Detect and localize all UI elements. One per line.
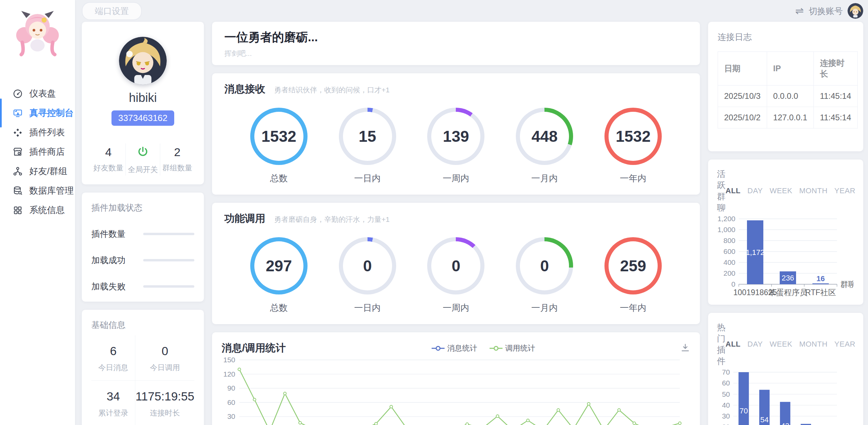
friend-count-stat: 4 好友数量 xyxy=(91,143,125,176)
hot-plugins-tabs: ALLDAYWEEKMONTHYEAR xyxy=(725,340,855,349)
svg-text:43: 43 xyxy=(781,422,789,425)
svg-text:200: 200 xyxy=(723,269,735,277)
connect-duration-value: 1175:19:55 xyxy=(135,390,194,403)
message-rings: 1532总数15一日内139一周内448一月内1532一年内 xyxy=(224,108,688,184)
range-tab-all[interactable]: ALL xyxy=(725,340,740,349)
range-tab-month[interactable]: MONTH xyxy=(799,186,827,195)
call-card-title: 功能调用 xyxy=(224,212,265,226)
ring-gauge: 1532 xyxy=(604,108,662,165)
log-cell: 0.0.0.0 xyxy=(767,86,813,107)
friend-count-value: 4 xyxy=(91,146,125,159)
sidebar-item-label: 插件列表 xyxy=(29,126,65,138)
plugin-progress-bar xyxy=(143,259,194,261)
bot-logo-image xyxy=(0,0,75,60)
range-tab-week[interactable]: WEEK xyxy=(769,340,792,349)
log-table-row: 2025/10/30.0.0.011:45:14 xyxy=(718,86,858,107)
svg-text:笨蛋程序员: 笨蛋程序员 xyxy=(768,288,808,297)
profile-stats: 4 好友数量 全局开关 2 群组数量 xyxy=(91,143,194,176)
gauge-icon xyxy=(12,88,23,99)
today-messages-value: 6 xyxy=(91,344,135,358)
message-received-card: 消息接收 勇者结识伙伴，收到的问候，口才+1 1532总数15一日内139一周内… xyxy=(212,73,700,195)
call-rings: 297总数0一日内0一周内0一月内259一年内 xyxy=(224,237,688,314)
plugin-progress-label: 插件数量 xyxy=(91,228,143,240)
left-column: hibiki 3373463162 4 好友数量 全局开关 xyxy=(82,22,204,425)
plugin-progress-bar xyxy=(143,285,194,288)
switch-account-button[interactable]: ⇌ 切换账号 xyxy=(795,3,863,19)
ring-value: 0 xyxy=(363,257,372,275)
profile-avatar xyxy=(119,37,167,85)
ring-gauge: 0 xyxy=(516,237,573,294)
login-count-cell: 34 累计登录 xyxy=(91,381,135,425)
profile-name: hibiki xyxy=(129,91,157,105)
svg-text:群聊: 群聊 xyxy=(840,280,853,289)
plugin-progress-bar xyxy=(143,233,194,235)
ring-gauge: 1532 xyxy=(250,108,308,165)
plugin-status-rows: 插件数量加载成功加载失败 xyxy=(91,228,194,292)
svg-text:400: 400 xyxy=(723,258,735,266)
port-settings-button[interactable]: 端口设置 xyxy=(82,2,142,20)
login-count-value: 34 xyxy=(91,390,135,403)
chart-legend: 消息统计调用统计 xyxy=(286,343,680,353)
sidebar-item-好友/群组[interactable]: 好友/群组 xyxy=(0,162,75,181)
console-icon xyxy=(12,108,23,119)
basic-info-title: 基础信息 xyxy=(91,319,194,331)
stat-ring-一周内: 0一周内 xyxy=(427,237,484,314)
plugin-progress-row: 插件数量 xyxy=(91,228,194,240)
ring-value: 259 xyxy=(620,257,646,275)
sidebar-item-仪表盘[interactable]: 仪表盘 xyxy=(0,84,75,103)
svg-text:30: 30 xyxy=(722,412,730,420)
svg-text:54: 54 xyxy=(760,415,768,424)
power-icon[interactable] xyxy=(126,146,160,161)
ring-gauge: 139 xyxy=(427,108,484,165)
svg-text:236: 236 xyxy=(782,274,794,282)
call-card-subtitle: 勇者磨砺自身，辛勤的汗水，力量+1 xyxy=(274,215,390,224)
range-tab-all[interactable]: ALL xyxy=(725,186,740,195)
svg-text:1,000: 1,000 xyxy=(717,226,735,233)
hot-plugins-card: 热门插件 ALLDAYWEEKMONTHYEAR 010203040506070… xyxy=(708,313,863,425)
sidebar-nav: 仪表盘真寻控制台插件列表插件商店好友/群组数据库管理系统信息 xyxy=(0,84,75,220)
friend-count-label: 好友数量 xyxy=(91,163,125,173)
hot-plugins-title: 热门插件 xyxy=(717,322,725,367)
stat-ring-一周内: 139一周内 xyxy=(427,108,484,184)
stat-ring-一年内: 259一年内 xyxy=(604,237,662,314)
group-count-stat: 2 群组数量 xyxy=(160,143,194,176)
range-tab-year[interactable]: YEAR xyxy=(834,340,855,349)
message-card-subtitle: 勇者结识伙伴，收到的问候，口才+1 xyxy=(274,85,390,95)
range-tab-day[interactable]: DAY xyxy=(747,340,763,349)
stat-ring-一日内: 15一日内 xyxy=(339,108,396,184)
topbar-avatar xyxy=(848,3,863,19)
svg-text:60: 60 xyxy=(227,398,235,406)
hero-card: 一位勇者的磨砺... 挥剑吧... xyxy=(212,22,700,65)
sidebar-item-数据库管理[interactable]: 数据库管理 xyxy=(0,181,75,200)
range-tab-month[interactable]: MONTH xyxy=(799,340,827,349)
range-tab-week[interactable]: WEEK xyxy=(769,186,792,195)
log-cell: 2025/10/3 xyxy=(718,86,767,107)
sidebar-item-插件商店[interactable]: 插件商店 xyxy=(0,142,75,162)
log-col-header: 日期 xyxy=(718,52,767,86)
ring-label: 一周内 xyxy=(443,172,469,184)
sidebar-item-label: 插件商店 xyxy=(29,146,65,158)
legend-item-调用统计[interactable]: 调用统计 xyxy=(489,343,535,353)
topbar: 端口设置 ⇌ 切换账号 xyxy=(82,3,863,19)
connection-log-card: 连接日志 日期IP连接时长2025/10/30.0.0.011:45:14202… xyxy=(708,22,863,151)
range-tab-day[interactable]: DAY xyxy=(747,186,763,195)
legend-marker xyxy=(489,345,503,351)
sidebar-item-插件列表[interactable]: 插件列表 xyxy=(0,123,75,142)
ring-gauge: 448 xyxy=(516,108,573,165)
sidebar-item-系统信息[interactable]: 系统信息 xyxy=(0,200,75,220)
plugin-progress-row: 加载失败 xyxy=(91,281,194,292)
connect-duration-cell: 1175:19:55 连接时长 xyxy=(135,381,194,425)
sidebar-item-真寻控制台[interactable]: 真寻控制台 xyxy=(0,103,75,123)
ring-gauge: 259 xyxy=(604,237,662,294)
sidebar-item-label: 好友/群组 xyxy=(29,165,67,177)
log-cell: 11:45:14 xyxy=(813,107,857,128)
system-icon xyxy=(12,205,23,216)
ring-value: 448 xyxy=(532,127,558,146)
svg-text:0: 0 xyxy=(731,280,735,288)
ring-label: 一年内 xyxy=(620,302,646,314)
range-tab-year[interactable]: YEAR xyxy=(834,186,855,195)
download-icon[interactable] xyxy=(680,343,690,354)
legend-item-消息统计[interactable]: 消息统计 xyxy=(431,343,477,353)
sidebar-item-label: 真寻控制台 xyxy=(29,107,74,119)
ring-gauge: 0 xyxy=(339,237,396,294)
